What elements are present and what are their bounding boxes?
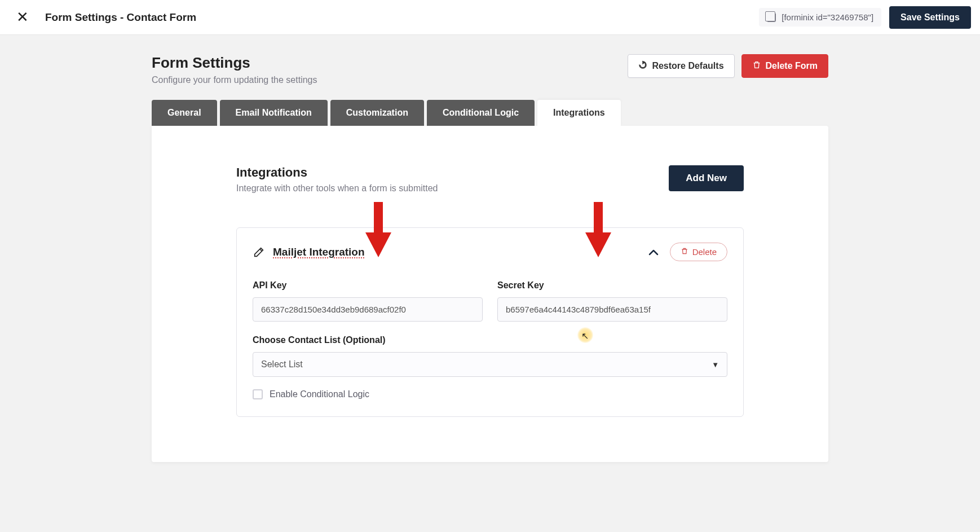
- panel-title: Integrations: [236, 165, 438, 180]
- tab-general[interactable]: General: [152, 100, 217, 126]
- contact-list-label: Choose Contact List (Optional): [253, 335, 727, 345]
- topbar-title: Form Settings - Contact Form: [45, 11, 196, 24]
- topbar-right: [forminix id="32469758"] Save Settings: [759, 6, 971, 29]
- page-title: Form Settings: [152, 54, 317, 72]
- secret-key-input[interactable]: [497, 297, 727, 322]
- contact-list-select[interactable]: Select List ▼: [253, 352, 727, 377]
- trash-icon: [752, 60, 761, 72]
- page-subtitle: Configure your form updating the setting…: [152, 75, 317, 85]
- keys-row: API Key Secret Key: [253, 280, 727, 322]
- page-header-actions: Restore Defaults Delete Form: [628, 54, 828, 78]
- integration-card: Mailjet Integration Delete API Key: [236, 227, 744, 417]
- secret-key-label: Secret Key: [497, 280, 727, 291]
- delete-integration-button[interactable]: Delete: [670, 243, 727, 261]
- integration-title[interactable]: Mailjet Integration: [273, 246, 365, 258]
- api-key-col: API Key: [253, 280, 483, 322]
- card-header: Mailjet Integration Delete: [253, 243, 727, 261]
- edit-icon[interactable]: [253, 246, 265, 258]
- panel-header-text: Integrations Integrate with other tools …: [236, 165, 438, 194]
- shortcode-box[interactable]: [forminix id="32469758"]: [759, 8, 881, 27]
- contact-list-section: Choose Contact List (Optional) Select Li…: [253, 335, 727, 377]
- page: Form Settings Configure your form updati…: [152, 54, 828, 462]
- tabs: General Email Notification Customization…: [152, 100, 828, 126]
- delete-form-button[interactable]: Delete Form: [741, 54, 828, 78]
- page-header-text: Form Settings Configure your form updati…: [152, 54, 317, 85]
- conditional-logic-checkbox[interactable]: [253, 389, 263, 399]
- secret-key-col: Secret Key: [497, 280, 727, 322]
- contact-list-selected: Select List: [261, 359, 303, 370]
- restore-defaults-button[interactable]: Restore Defaults: [628, 54, 734, 78]
- save-settings-button[interactable]: Save Settings: [889, 6, 971, 29]
- conditional-logic-row: Enable Conditional Logic: [253, 389, 727, 399]
- tab-integrations[interactable]: Integrations: [537, 100, 621, 126]
- delete-form-label: Delete Form: [766, 61, 818, 71]
- chevron-down-icon: ▼: [712, 360, 719, 369]
- close-icon[interactable]: ✕: [11, 8, 34, 26]
- card-header-right: Delete: [648, 243, 727, 261]
- panel-header: Integrations Integrate with other tools …: [236, 165, 744, 194]
- shortcode-text: [forminix id="32469758"]: [782, 12, 873, 22]
- tab-conditional-logic[interactable]: Conditional Logic: [427, 100, 535, 126]
- chevron-up-icon[interactable]: [648, 245, 659, 258]
- delete-integration-label: Delete: [692, 247, 717, 257]
- panel-subtitle: Integrate with other tools when a form i…: [236, 183, 438, 194]
- topbar: ✕ Form Settings - Contact Form [forminix…: [0, 0, 980, 35]
- copy-icon: [767, 13, 776, 22]
- restore-defaults-label: Restore Defaults: [652, 61, 723, 71]
- page-header: Form Settings Configure your form updati…: [152, 54, 828, 85]
- tab-customization[interactable]: Customization: [330, 100, 424, 126]
- restore-icon: [638, 60, 647, 72]
- tab-email-notification[interactable]: Email Notification: [220, 100, 328, 126]
- api-key-label: API Key: [253, 280, 483, 291]
- integrations-panel: Integrations Integrate with other tools …: [152, 126, 828, 462]
- add-new-button[interactable]: Add New: [669, 165, 744, 191]
- conditional-logic-label: Enable Conditional Logic: [270, 389, 369, 399]
- trash-icon: [681, 247, 688, 257]
- api-key-input[interactable]: [253, 297, 483, 322]
